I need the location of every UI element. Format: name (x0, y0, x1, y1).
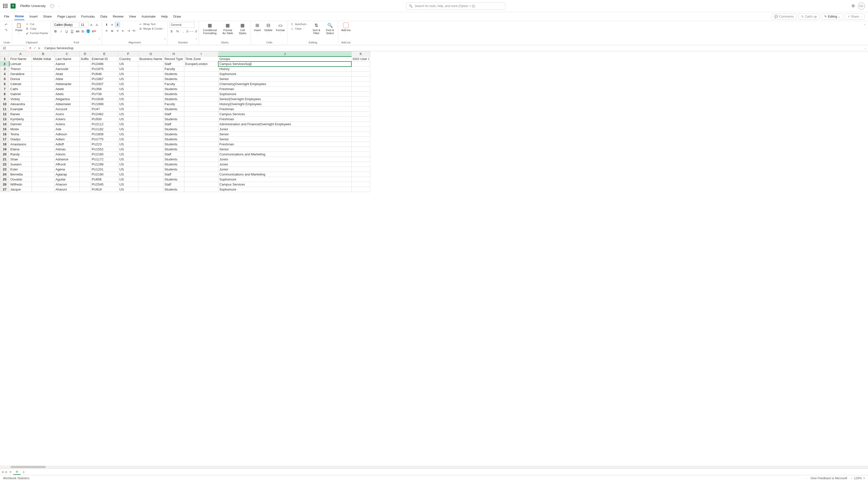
tab-page-layout[interactable]: Page Layout (57, 13, 76, 20)
cell[interactable]: Aharoni (55, 187, 80, 192)
cell[interactable] (32, 97, 55, 102)
tab-view[interactable]: View (129, 13, 136, 20)
cell[interactable] (80, 87, 91, 92)
format-cells-button[interactable]: ▭Format⌵ (275, 22, 286, 35)
addins-button[interactable]: Add-ins⌵ (340, 22, 352, 35)
align-top-button[interactable]: ⬆ (104, 22, 109, 27)
copy-button[interactable]: ⧉Copy (25, 27, 49, 31)
undo-button[interactable]: ↶ (3, 22, 8, 27)
cell[interactable] (351, 137, 370, 142)
cell[interactable] (184, 132, 218, 137)
orientation-button[interactable]: ⟲⌵ (132, 28, 136, 33)
zoom-in-button[interactable]: + (863, 477, 865, 480)
cell[interactable] (351, 132, 370, 137)
column-header[interactable]: F (118, 52, 138, 57)
column-header[interactable]: E (91, 52, 118, 57)
cell[interactable]: Senior (218, 76, 351, 82)
cell[interactable] (32, 147, 55, 152)
cell[interactable] (138, 97, 163, 102)
cell[interactable]: US (118, 167, 138, 172)
cell[interactable]: Students (163, 167, 184, 172)
ribbon-collapse-icon[interactable]: ⌵ (864, 22, 866, 26)
cell[interactable] (80, 147, 91, 152)
cell[interactable] (80, 172, 91, 177)
dialog-launcher-icon[interactable]: ↘ (164, 37, 166, 40)
cell[interactable]: Randy (9, 152, 32, 157)
cell[interactable] (32, 82, 55, 87)
grid-table[interactable]: ABCDEFGHIJK 1First NameMiddle InitialLas… (0, 51, 370, 192)
cell[interactable] (32, 67, 55, 71)
cell[interactable]: Alexandra (9, 102, 32, 107)
cell[interactable]: Abbe (55, 76, 80, 82)
row-header[interactable]: 15 (0, 127, 9, 132)
insert-cells-button[interactable]: ⊞Insert⌵ (253, 22, 262, 35)
cell[interactable] (32, 132, 55, 137)
cell[interactable]: US (118, 112, 138, 117)
cell[interactable] (351, 162, 370, 167)
cell[interactable]: Adlam (55, 137, 80, 142)
cell[interactable] (184, 187, 218, 192)
cell[interactable] (138, 92, 163, 97)
find-select-button[interactable]: 🔍Find & Select (324, 22, 336, 35)
app-launcher-icon[interactable] (3, 4, 7, 8)
cell[interactable] (184, 97, 218, 102)
cell[interactable]: PU223 (91, 142, 118, 147)
cell[interactable] (184, 177, 218, 182)
cell[interactable]: Ade (55, 127, 80, 132)
cell[interactable]: Students (163, 71, 184, 76)
cell[interactable] (80, 76, 91, 82)
cell[interactable]: Junior (218, 157, 351, 162)
scrollbar-thumb[interactable] (10, 466, 46, 468)
cell[interactable]: Business Name (138, 57, 163, 62)
cell[interactable]: Students (163, 162, 184, 167)
column-header[interactable]: B (32, 52, 55, 57)
align-center-button[interactable]: ≣ (110, 28, 115, 33)
cell[interactable]: External ID (91, 57, 118, 62)
cell[interactable] (351, 87, 370, 92)
cell[interactable] (138, 122, 163, 127)
cell[interactable]: PU1638 (91, 97, 118, 102)
row-header[interactable]: 17 (0, 137, 9, 142)
cell[interactable] (351, 187, 370, 192)
cell[interactable]: Abati (55, 71, 80, 76)
cell[interactable]: Freshman (218, 87, 351, 92)
cell[interactable]: Anastasios (9, 142, 32, 147)
row-header[interactable]: 14 (0, 122, 9, 127)
font-name-select[interactable] (53, 22, 79, 28)
cell[interactable]: Vickey (9, 97, 32, 102)
cell[interactable]: Europe/London (184, 62, 218, 67)
cell[interactable]: PU500 (91, 117, 118, 122)
cell[interactable] (32, 112, 55, 117)
cell[interactable] (80, 82, 91, 87)
row-header[interactable]: 21 (0, 157, 9, 162)
cell[interactable] (138, 182, 163, 187)
cell[interactable]: Faculty (163, 67, 184, 71)
cell[interactable]: Sophomore (218, 92, 351, 97)
cell[interactable]: Senior|Overnight Employees (218, 97, 351, 102)
cell[interactable]: PU1552 (91, 147, 118, 152)
cell[interactable]: Abkemeier (55, 102, 80, 107)
cell[interactable] (32, 157, 55, 162)
cell[interactable] (184, 147, 218, 152)
cell[interactable] (32, 87, 55, 92)
cell[interactable]: PU1975 (91, 67, 118, 71)
cell[interactable] (80, 187, 91, 192)
cell[interactable]: US (118, 62, 138, 67)
row-header[interactable]: 18 (0, 142, 9, 147)
cell[interactable]: PU646 (91, 71, 118, 76)
cell[interactable]: US (118, 162, 138, 167)
cell[interactable]: Celeste (9, 82, 32, 87)
cell[interactable]: Donna (9, 76, 32, 82)
cell[interactable] (351, 82, 370, 87)
cell[interactable] (80, 112, 91, 117)
cell[interactable]: PU47 (91, 107, 118, 112)
cell[interactable] (351, 142, 370, 147)
autosum-button[interactable]: ΣAutoSum ⌵ (290, 22, 309, 26)
cell[interactable]: Jacque (9, 187, 32, 192)
row-header[interactable]: 25 (0, 177, 9, 182)
row-header[interactable]: 16 (0, 132, 9, 137)
cell[interactable]: PU2007 (91, 82, 118, 87)
cell[interactable] (80, 162, 91, 167)
cell[interactable]: Geraldine (9, 71, 32, 76)
cell[interactable] (32, 117, 55, 122)
